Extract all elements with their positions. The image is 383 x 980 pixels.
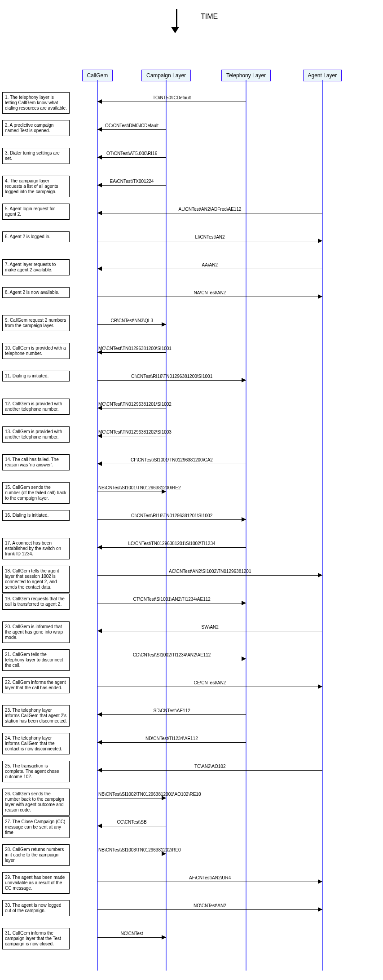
message-27: CC\CNTest\SB [97,820,166,828]
step-desc-16: 16. Dialing is initiated. [2,510,70,521]
message-8: NA\CNTest\AN2 [97,291,322,298]
message-label-14: CF\CNTest\SI1001\TN01296381200\CA2 [131,457,213,462]
message-11: CI\CNTest\RI16\TN01296381200\SI1001 [97,375,246,382]
message-label-1: TO\NT50\ICDefault [153,95,191,100]
message-23: SD\CNTest\AE112 [97,709,246,716]
step-desc-15: 15. CallGem sends the number (of the fai… [2,482,70,504]
message-label-8: NA\CNTest\AN2 [194,290,226,295]
message-label-30: NO\CNTest\AN2 [194,903,226,908]
message-19: CT\CNTest\SI1001\AN2\TI1234\AE112 [97,598,246,605]
message-label-16: CI\CNTest\RI16\TN01296381201\SI1002 [131,513,212,518]
message-label-31: NC\CNTest [121,931,143,936]
step-desc-9: 9. CallGem request 2 numbers from the ca… [2,315,70,331]
message-label-5: AL\CNTest\AN2\ADFred\AE112 [179,207,242,212]
message-label-29: AF\CNTest\AN2\UR4 [189,875,231,880]
message-label-15: NB\CNTest\SI1001\TN01296381200\RE2 [98,485,180,490]
message-17: LC\CNTest\TN01296381201\SI1002\TI1234 [97,542,246,549]
step-desc-22: 22. CallGem informs the agent layer that… [2,677,70,693]
step-desc-31: 31. CallGem informs the campaign layer t… [2,928,70,949]
message-label-2: OC\CNTest\DM0\ICDefault [105,123,158,128]
message-16: CI\CNTest\RI16\TN01296381201\SI1002 [97,514,246,521]
step-desc-18: 18. CallGem tells the agent layer that s… [2,566,70,593]
message-18: AC\CNTest\AN2\SI1002\TN01296381201 [97,570,322,577]
message-label-17: LC\CNTest\TN01296381201\SI1002\TI1234 [128,541,216,546]
message-12: MC\CNTest\TN01296381201\SI1002 [97,403,166,410]
time-arrow-icon [174,9,179,33]
message-label-9: CR\CNTest\NN3\QL3 [111,318,153,323]
message-label-19: CT\CNTest\SI1001\AN2\TI1234\AE112 [133,597,211,602]
message-6: LI\CNTest\AN2 [97,235,322,243]
message-label-20: SW\AN2 [202,625,219,630]
message-14: CF\CNTest\SI1001\TN01296381200\CA2 [97,458,246,466]
step-desc-6: 6. Agent 2 is logged in. [2,231,70,242]
message-label-24: ND\CNTest\TI1234\AE112 [145,736,198,741]
step-desc-19: 19. CallGem requests that the call is tr… [2,594,70,610]
message-26: NB\CNTest\SI1002\TN012963812001\AO102\RE… [97,793,166,800]
message-24: ND\CNTest\TI1234\AE112 [97,737,246,744]
step-desc-24: 24. The telephony layer informs CallGem … [2,733,70,754]
step-desc-14: 14. The call has failed. The reason was … [2,454,70,470]
step-desc-5: 5. Agent login request for agent 2. [2,204,70,220]
sequence-diagram: TIME CallGemCampaign LayerTelephony Laye… [0,0,383,980]
message-7: AA\AN2 [97,263,322,270]
time-label: TIME [201,13,218,21]
message-20: SW\AN2 [97,625,322,633]
message-label-11: CI\CNTest\RI16\TN01296381200\SI1001 [131,374,212,379]
message-label-25: TC\AN2\AO102 [194,764,225,769]
message-label-18: AC\CNTest\AN2\SI1002\TN01296381201 [169,569,251,574]
message-29: AF\CNTest\AN2\UR4 [97,876,322,883]
message-label-28: NB\CNTest\SI1003\TN01296381202\RE0 [98,847,180,852]
message-label-22: CE\CNTest\AN2 [194,680,226,685]
message-label-26: NB\CNTest\SI1002\TN012963812001\AO102\RE… [98,792,201,797]
step-desc-27: 27. The Close Campaign (CC) message can … [2,816,70,838]
message-label-12: MC\CNTest\TN01296381201\SI1002 [98,402,172,407]
step-desc-7: 7. Agent layer requests to make agent 2 … [2,259,70,275]
message-31: NC\CNTest [97,932,166,939]
step-desc-20: 20. CallGem is informed that the agent h… [2,621,70,643]
message-3: OT\CNTest\AT5.000\RI16 [97,152,166,159]
step-desc-13: 13. CallGem is provided with another tel… [2,426,70,443]
step-desc-8: 8. Agent 2 is now available. [2,287,70,298]
message-15: NB\CNTest\SI1001\TN01296381200\RE2 [97,486,166,493]
step-desc-30: 30. The agent is now logged out of the c… [2,900,70,916]
step-desc-29: 29. The agent has been made unavailable … [2,872,70,894]
message-label-3: OT\CNTest\AT5.000\RI16 [106,151,157,156]
step-desc-12: 12. CallGem is provided with another tel… [2,399,70,415]
step-desc-3: 3. Dialer tuning settings are set. [2,148,70,164]
message-label-21: CD\CNTest\SI1002\TI1234\AN2\AE112 [133,652,211,657]
message-label-7: AA\AN2 [202,262,218,267]
message-2: OC\CNTest\DM0\ICDefault [97,124,166,131]
step-desc-11: 11. Dialing is initiated. [2,371,70,381]
message-28: NB\CNTest\SI1003\TN01296381202\RE0 [97,848,166,856]
message-9: CR\CNTest\NN3\QL3 [97,319,166,326]
message-label-10: MC\CNTest\TN01296381200\SI1001 [98,346,172,351]
message-13: MC\CNTest\TN01296381202\SI1003 [97,430,166,438]
step-desc-23: 23. The telephony layer informs CallGem … [2,705,70,727]
step-desc-26: 26. CallGem sends the number back to the… [2,789,70,816]
message-label-27: CC\CNTest\SB [117,820,147,825]
step-desc-25: 25. The transaction is complete. The age… [2,761,70,782]
message-30: NO\CNTest\AN2 [97,904,322,911]
step-desc-10: 10. CallGem is provided with a telephone… [2,343,70,359]
step-desc-2: 2. A predictive campaign named Test is o… [2,120,70,136]
message-label-13: MC\CNTest\TN01296381202\SI1003 [98,430,172,435]
message-10: MC\CNTest\TN01296381200\SI1001 [97,347,166,354]
message-label-6: LI\CNTest\AN2 [195,235,225,239]
message-label-4: EA\CNTest\TX001224 [110,179,154,184]
step-desc-4: 4. The campaign layer requests a list of… [2,176,70,197]
message-25: TC\AN2\AO102 [97,765,322,772]
message-4: EA\CNTest\TX001224 [97,180,166,187]
message-22: CE\CNTest\AN2 [97,681,322,688]
message-label-23: SD\CNTest\AE112 [154,708,190,713]
step-desc-28: 28. CallGem returns numbers in it cache … [2,844,70,866]
message-21: CD\CNTest\SI1002\TI1234\AN2\AE112 [97,653,246,661]
step-desc-21: 21. CallGem tells the telephony layer to… [2,649,70,671]
step-desc-1: 1. The telephony layer is letting CallGe… [2,92,70,114]
message-1: TO\NT50\ICDefault [97,96,246,103]
message-5: AL\CNTest\AN2\ADFred\AE112 [97,208,322,215]
step-desc-17: 17. A connect has been established by th… [2,538,70,559]
